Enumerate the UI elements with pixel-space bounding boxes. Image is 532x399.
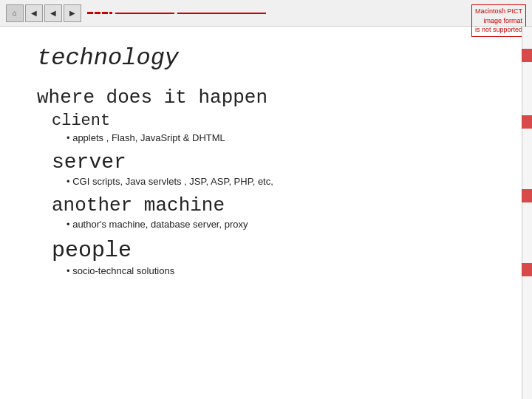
server-bullet: • CGI scripts, Java servlets , JSP, ASP,… [66, 175, 510, 188]
nav-buttons: ⌂ ◀ ◀ ▶ [6, 4, 81, 22]
main-heading: where does it happen [37, 86, 510, 109]
back2-button[interactable]: ◀ [44, 4, 62, 22]
slide-title: technology [37, 44, 510, 72]
forward-button[interactable]: ▶ [64, 4, 81, 22]
progress-line [115, 13, 174, 14]
another-machine-heading: another machine [52, 194, 510, 216]
client-bullet: • applets , Flash, JavaSript & DHTML [66, 132, 510, 145]
back-icon: ◀ [31, 9, 37, 17]
slide-content: technology where does it happen client •… [0, 27, 532, 296]
back-button[interactable]: ◀ [25, 4, 43, 22]
section-people: people • socio-techncal solutions [37, 238, 510, 278]
server-heading: server [52, 151, 510, 174]
people-bullet: • socio-techncal solutions [66, 265, 510, 278]
people-heading: people [52, 238, 510, 263]
back2-icon: ◀ [50, 9, 56, 17]
section-another-machine: another machine • author's machine, data… [37, 194, 510, 231]
forward-icon: ▶ [69, 9, 75, 17]
section-server: server • CGI scripts, Java servlets , JS… [37, 151, 510, 188]
another-machine-bullet: • author's machine, database server, pro… [66, 218, 510, 231]
progress-bar-area [87, 12, 526, 14]
progress-dots [87, 12, 112, 14]
pict-line1: Macintosh PICT [475, 7, 522, 16]
client-heading: client [52, 112, 510, 130]
section-client: client • applets , Flash, JavaSript & DH… [37, 112, 510, 145]
toolbar: ⌂ ◀ ◀ ▶ Macintosh PICT image format is n… [0, 0, 532, 27]
home-button[interactable]: ⌂ [6, 4, 24, 22]
progress-line2 [177, 13, 266, 14]
pict-line2: image format [475, 16, 522, 26]
home-icon: ⌂ [13, 9, 17, 17]
